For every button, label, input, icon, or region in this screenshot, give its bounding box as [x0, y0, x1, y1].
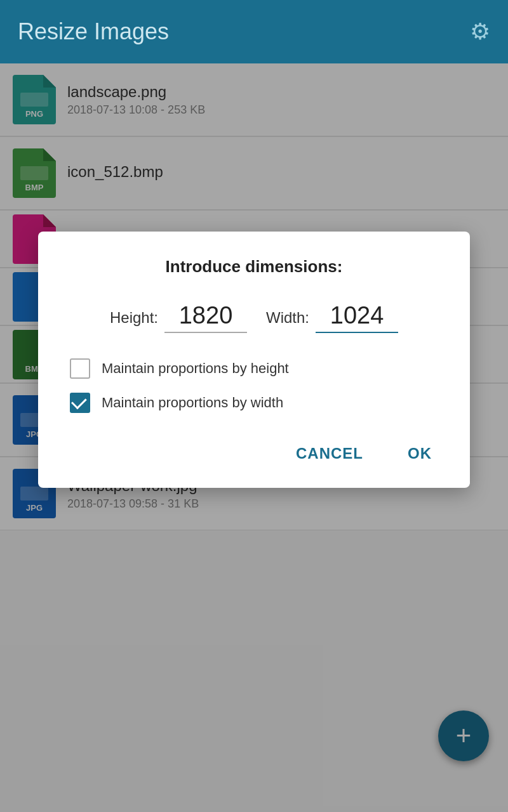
- app-header: Resize Images ⚙: [0, 0, 508, 63]
- checkbox-row-width: Maintain proportions by width: [64, 393, 444, 413]
- checkbox-row-height: Maintain proportions by height: [64, 358, 444, 379]
- checkbox-width[interactable]: [70, 393, 90, 413]
- ok-button[interactable]: OK: [395, 438, 444, 469]
- dialog-buttons: CANCEL OK: [64, 432, 444, 469]
- cancel-button[interactable]: CANCEL: [283, 438, 376, 469]
- width-label: Width:: [266, 309, 309, 327]
- width-group: Width:: [266, 302, 398, 333]
- checkbox-height[interactable]: [70, 358, 90, 379]
- file-list: PNG landscape.png 2018-07-13 10:08 - 253…: [0, 63, 508, 812]
- settings-icon[interactable]: ⚙: [470, 18, 490, 45]
- width-input[interactable]: [316, 302, 398, 333]
- height-input[interactable]: [164, 302, 247, 333]
- height-label: Height:: [110, 309, 158, 327]
- height-group: Height:: [110, 302, 247, 333]
- app-title: Resize Images: [18, 18, 169, 45]
- checkbox-height-label[interactable]: Maintain proportions by height: [102, 360, 289, 377]
- dimensions-row: Height: Width:: [64, 302, 444, 333]
- checkbox-width-label[interactable]: Maintain proportions by width: [102, 395, 283, 411]
- dimensions-dialog: Introduce dimensions: Height: Width: Mai…: [38, 232, 470, 488]
- dialog-title: Introduce dimensions:: [64, 257, 444, 277]
